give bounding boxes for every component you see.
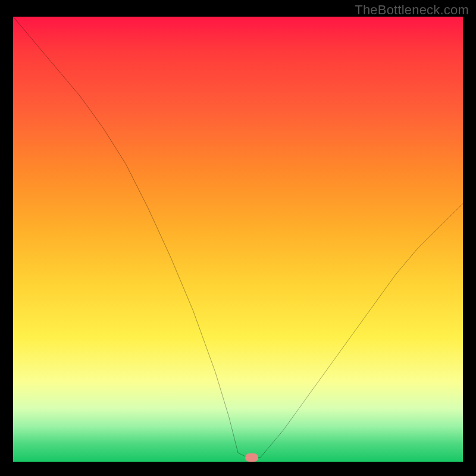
optimal-point-marker bbox=[245, 453, 258, 462]
chart-frame: TheBottleneck.com bbox=[0, 0, 476, 476]
bottleneck-curve bbox=[13, 17, 463, 462]
plot-area bbox=[13, 17, 463, 462]
watermark-label: TheBottleneck.com bbox=[355, 2, 469, 18]
